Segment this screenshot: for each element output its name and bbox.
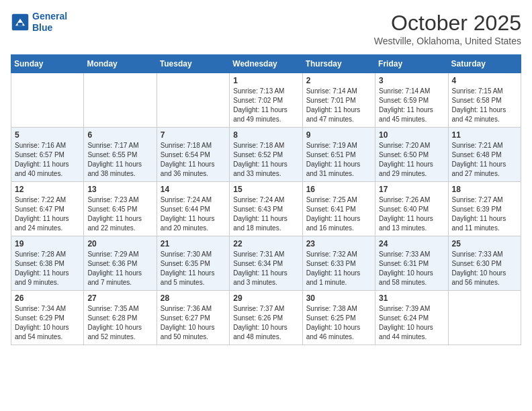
- day-number: 30: [306, 293, 371, 303]
- day-info: Sunrise: 7:30 AM Sunset: 6:35 PM Dayligh…: [161, 250, 226, 287]
- weekday-header: Thursday: [302, 55, 375, 73]
- logo-icon: [11, 13, 30, 32]
- day-info: Sunrise: 7:34 AM Sunset: 6:29 PM Dayligh…: [15, 304, 80, 342]
- calendar-week-row: 12Sunrise: 7:22 AM Sunset: 6:47 PM Dayli…: [11, 182, 521, 236]
- calendar-cell: [448, 291, 521, 345]
- weekday-header: Tuesday: [157, 55, 229, 73]
- day-info: Sunrise: 7:20 AM Sunset: 6:50 PM Dayligh…: [379, 141, 444, 179]
- month-title: October 2025: [374, 11, 521, 36]
- calendar-table: SundayMondayTuesdayWednesdayThursdayFrid…: [11, 54, 521, 345]
- day-number: 1: [233, 76, 298, 85]
- calendar-cell: 13Sunrise: 7:23 AM Sunset: 6:45 PM Dayli…: [84, 182, 157, 236]
- calendar-week-row: 26Sunrise: 7:34 AM Sunset: 6:29 PM Dayli…: [11, 291, 521, 345]
- day-number: 29: [233, 293, 298, 303]
- day-number: 3: [379, 76, 444, 85]
- calendar-cell: 4Sunrise: 7:15 AM Sunset: 6:58 PM Daylig…: [448, 73, 521, 128]
- calendar-cell: 20Sunrise: 7:29 AM Sunset: 6:36 PM Dayli…: [84, 236, 157, 291]
- day-info: Sunrise: 7:33 AM Sunset: 6:30 PM Dayligh…: [452, 250, 517, 287]
- day-number: 27: [87, 293, 152, 303]
- day-number: 26: [15, 293, 80, 303]
- calendar-cell: 24Sunrise: 7:33 AM Sunset: 6:31 PM Dayli…: [375, 236, 448, 291]
- calendar-cell: 18Sunrise: 7:27 AM Sunset: 6:39 PM Dayli…: [448, 182, 521, 236]
- day-number: 31: [379, 293, 444, 303]
- calendar-cell: 8Sunrise: 7:18 AM Sunset: 6:52 PM Daylig…: [230, 128, 302, 182]
- calendar-cell: 12Sunrise: 7:22 AM Sunset: 6:47 PM Dayli…: [11, 182, 84, 236]
- calendar-cell: 15Sunrise: 7:24 AM Sunset: 6:43 PM Dayli…: [230, 182, 302, 236]
- calendar-cell: 11Sunrise: 7:21 AM Sunset: 6:48 PM Dayli…: [448, 128, 521, 182]
- weekday-header: Sunday: [11, 55, 84, 73]
- calendar-cell: 6Sunrise: 7:17 AM Sunset: 6:55 PM Daylig…: [84, 128, 157, 182]
- calendar-cell: 9Sunrise: 7:19 AM Sunset: 6:51 PM Daylig…: [302, 128, 375, 182]
- day-info: Sunrise: 7:28 AM Sunset: 6:38 PM Dayligh…: [15, 250, 80, 287]
- page-header: General Blue October 2025 Westville, Okl…: [11, 11, 521, 46]
- day-info: Sunrise: 7:13 AM Sunset: 7:02 PM Dayligh…: [233, 87, 298, 124]
- location: Westville, Oklahoma, United States: [374, 36, 521, 46]
- calendar-cell: 23Sunrise: 7:32 AM Sunset: 6:33 PM Dayli…: [302, 236, 375, 291]
- calendar-cell: 3Sunrise: 7:14 AM Sunset: 6:59 PM Daylig…: [375, 73, 448, 128]
- day-info: Sunrise: 7:23 AM Sunset: 6:45 PM Dayligh…: [87, 195, 152, 233]
- day-number: 21: [161, 239, 226, 248]
- logo: General Blue: [11, 11, 67, 34]
- calendar-week-row: 5Sunrise: 7:16 AM Sunset: 6:57 PM Daylig…: [11, 128, 521, 182]
- day-number: 25: [452, 239, 517, 248]
- calendar-cell: 14Sunrise: 7:24 AM Sunset: 6:44 PM Dayli…: [157, 182, 229, 236]
- day-info: Sunrise: 7:24 AM Sunset: 6:44 PM Dayligh…: [161, 195, 226, 233]
- day-info: Sunrise: 7:18 AM Sunset: 6:54 PM Dayligh…: [161, 141, 226, 179]
- day-info: Sunrise: 7:18 AM Sunset: 6:52 PM Dayligh…: [233, 141, 298, 179]
- day-info: Sunrise: 7:32 AM Sunset: 6:33 PM Dayligh…: [306, 250, 371, 287]
- calendar-cell: 29Sunrise: 7:37 AM Sunset: 6:26 PM Dayli…: [230, 291, 302, 345]
- day-info: Sunrise: 7:31 AM Sunset: 6:34 PM Dayligh…: [233, 250, 298, 287]
- day-info: Sunrise: 7:14 AM Sunset: 7:01 PM Dayligh…: [306, 87, 371, 124]
- calendar-cell: 17Sunrise: 7:26 AM Sunset: 6:40 PM Dayli…: [375, 182, 448, 236]
- calendar-cell: 22Sunrise: 7:31 AM Sunset: 6:34 PM Dayli…: [230, 236, 302, 291]
- day-number: 24: [379, 239, 444, 248]
- calendar-cell: 19Sunrise: 7:28 AM Sunset: 6:38 PM Dayli…: [11, 236, 84, 291]
- day-number: 19: [15, 239, 80, 248]
- calendar-cell: [11, 73, 84, 128]
- weekday-header: Saturday: [448, 55, 521, 73]
- day-number: 18: [452, 185, 517, 194]
- day-info: Sunrise: 7:29 AM Sunset: 6:36 PM Dayligh…: [87, 250, 152, 287]
- day-info: Sunrise: 7:27 AM Sunset: 6:39 PM Dayligh…: [452, 195, 517, 233]
- day-number: 16: [306, 185, 371, 194]
- day-info: Sunrise: 7:17 AM Sunset: 6:55 PM Dayligh…: [87, 141, 152, 179]
- calendar-cell: 27Sunrise: 7:35 AM Sunset: 6:28 PM Dayli…: [84, 291, 157, 345]
- day-number: 23: [306, 239, 371, 248]
- day-number: 17: [379, 185, 444, 194]
- day-number: 22: [233, 239, 298, 248]
- day-number: 4: [452, 76, 517, 85]
- day-info: Sunrise: 7:24 AM Sunset: 6:43 PM Dayligh…: [233, 195, 298, 233]
- day-number: 20: [87, 239, 152, 248]
- calendar-cell: 10Sunrise: 7:20 AM Sunset: 6:50 PM Dayli…: [375, 128, 448, 182]
- day-number: 8: [233, 130, 298, 140]
- calendar-week-row: 19Sunrise: 7:28 AM Sunset: 6:38 PM Dayli…: [11, 236, 521, 291]
- day-info: Sunrise: 7:38 AM Sunset: 6:25 PM Dayligh…: [306, 304, 371, 342]
- weekday-header: Monday: [84, 55, 157, 73]
- day-number: 10: [379, 130, 444, 140]
- weekday-header-row: SundayMondayTuesdayWednesdayThursdayFrid…: [11, 55, 521, 73]
- day-info: Sunrise: 7:25 AM Sunset: 6:41 PM Dayligh…: [306, 195, 371, 233]
- day-number: 7: [161, 130, 226, 140]
- title-block: October 2025 Westville, Oklahoma, United…: [374, 11, 521, 46]
- day-info: Sunrise: 7:22 AM Sunset: 6:47 PM Dayligh…: [15, 195, 80, 233]
- day-info: Sunrise: 7:16 AM Sunset: 6:57 PM Dayligh…: [15, 141, 80, 179]
- day-number: 2: [306, 76, 371, 85]
- day-number: 11: [452, 130, 517, 140]
- calendar-cell: 7Sunrise: 7:18 AM Sunset: 6:54 PM Daylig…: [157, 128, 229, 182]
- calendar-cell: 28Sunrise: 7:36 AM Sunset: 6:27 PM Dayli…: [157, 291, 229, 345]
- calendar-week-row: 1Sunrise: 7:13 AM Sunset: 7:02 PM Daylig…: [11, 73, 521, 128]
- day-info: Sunrise: 7:39 AM Sunset: 6:24 PM Dayligh…: [379, 304, 444, 342]
- calendar-cell: 21Sunrise: 7:30 AM Sunset: 6:35 PM Dayli…: [157, 236, 229, 291]
- day-info: Sunrise: 7:21 AM Sunset: 6:48 PM Dayligh…: [452, 141, 517, 179]
- logo-text: General Blue: [32, 11, 67, 34]
- weekday-header: Friday: [375, 55, 448, 73]
- logo-line2: Blue: [32, 22, 52, 33]
- calendar-cell: 25Sunrise: 7:33 AM Sunset: 6:30 PM Dayli…: [448, 236, 521, 291]
- day-number: 12: [15, 185, 80, 194]
- day-number: 13: [87, 185, 152, 194]
- calendar-cell: 2Sunrise: 7:14 AM Sunset: 7:01 PM Daylig…: [302, 73, 375, 128]
- calendar-cell: [157, 73, 229, 128]
- day-number: 6: [87, 130, 152, 140]
- calendar-cell: 1Sunrise: 7:13 AM Sunset: 7:02 PM Daylig…: [230, 73, 302, 128]
- calendar-cell: 16Sunrise: 7:25 AM Sunset: 6:41 PM Dayli…: [302, 182, 375, 236]
